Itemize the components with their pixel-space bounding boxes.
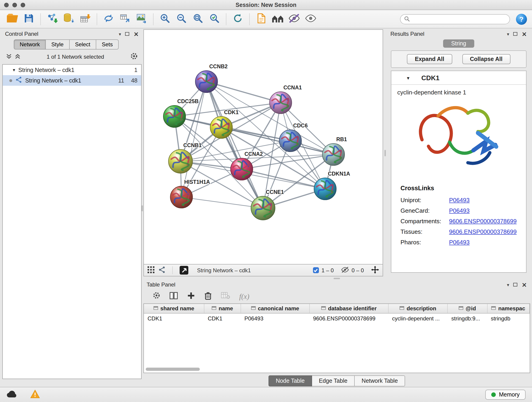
memory-button[interactable]: Memory	[485, 390, 526, 400]
network-row-selected[interactable]: ● String Network – cdk1 11 48	[3, 75, 141, 86]
cloud-icon[interactable]	[6, 390, 17, 400]
trash-icon[interactable]	[204, 291, 212, 301]
collapse-all-button[interactable]: Collapse All	[462, 54, 510, 64]
search-input[interactable]	[412, 16, 506, 22]
help-button[interactable]: ?	[515, 13, 527, 25]
table-row[interactable]: CDK1CDK1P064939606.ENSP00000378699cyclin…	[144, 313, 530, 324]
horizontal-splitter[interactable]	[143, 276, 530, 280]
crosslink-link[interactable]: 9606.ENSP00000378699	[449, 216, 517, 226]
tab-network-table[interactable]: Network Table	[355, 375, 405, 386]
grid-icon[interactable]	[147, 266, 154, 274]
crosslink-link[interactable]: P06493	[449, 205, 470, 216]
table-cell[interactable]: cyclin-dependent ...	[388, 313, 448, 324]
zoom-in-icon	[159, 13, 171, 25]
panel-float-icon[interactable]	[125, 32, 129, 36]
tab-node-table[interactable]: Node Table	[268, 375, 312, 386]
panel-close-icon[interactable]: ×	[133, 31, 139, 37]
document-button[interactable]	[253, 12, 269, 26]
panel-menu-caret-icon[interactable]: ▾	[507, 282, 509, 287]
network-canvas[interactable]: CCNB2CCNA1CDC25BCDK1CDC6RB1CCNB1CCNA2CDK…	[144, 30, 383, 264]
splitter-handle[interactable]	[334, 278, 340, 279]
window-titlebar[interactable]: Session: New Session	[0, 0, 532, 10]
selected-checkbox-icon[interactable]	[313, 267, 319, 273]
open-in-window-button[interactable]	[180, 266, 188, 274]
results-panel-title: Results Panel	[390, 31, 503, 37]
horizontal-scrollbar[interactable]	[146, 368, 528, 371]
tab-sets[interactable]: Sets	[96, 39, 119, 50]
crosslink-link[interactable]: P06493	[449, 237, 470, 248]
zoom-window-button[interactable]	[21, 3, 25, 7]
zoom-in-button[interactable]	[157, 12, 173, 26]
minimize-window-button[interactable]	[12, 3, 17, 7]
zoom-out-button[interactable]	[174, 12, 189, 26]
function-builder-icon[interactable]: f(x)	[239, 292, 249, 300]
vertical-splitter[interactable]	[383, 29, 387, 276]
table-cell[interactable]: 9606.ENSP00000378699	[309, 313, 388, 324]
table-cell[interactable]: P06493	[241, 313, 310, 324]
column-header[interactable]: name	[204, 304, 241, 313]
panel-menu-caret-icon[interactable]: ▾	[507, 32, 509, 36]
close-window-button[interactable]	[4, 3, 9, 7]
column-header[interactable]: description	[388, 304, 448, 313]
table-arrow-icon	[120, 13, 131, 25]
control-panel-splitter-handle[interactable]	[142, 205, 143, 211]
splitter-handle[interactable]	[385, 150, 386, 156]
tab-style[interactable]: Style	[46, 39, 70, 50]
table-cell[interactable]: CDK1	[144, 313, 204, 324]
column-header[interactable]: namespac	[487, 304, 530, 313]
columns-icon[interactable]	[170, 292, 178, 301]
table-cell[interactable]: CDK1	[204, 313, 241, 324]
import-network-file-button[interactable]	[44, 12, 60, 26]
expand-all-chevron-icon[interactable]	[6, 53, 12, 60]
tab-edge-table[interactable]: Edge Table	[312, 375, 355, 386]
table-cell[interactable]: stringdb:9...	[448, 313, 487, 324]
save-session-button[interactable]	[21, 12, 37, 26]
gene-header[interactable]: ▾ CDK1	[391, 71, 526, 85]
show-all-button[interactable]	[303, 12, 318, 26]
crosslink-link[interactable]: 9606.ENSP00000378699	[449, 226, 517, 237]
hide-selected-button[interactable]	[286, 12, 302, 26]
panel-menu-caret-icon[interactable]: ▾	[119, 32, 121, 36]
open-session-button[interactable]	[5, 12, 20, 26]
network-edge[interactable]	[206, 82, 281, 103]
zoom-selected-button[interactable]	[207, 12, 222, 26]
network-view[interactable]: CCNB2CCNA1CDC25BCDK1CDC6RB1CCNB1CCNA2CDK…	[143, 29, 383, 264]
crosslink-row: Uniprot:P06493	[400, 195, 526, 205]
column-header[interactable]: shared name	[144, 304, 204, 313]
column-header[interactable]: @id	[448, 304, 487, 313]
network-edge[interactable]	[181, 197, 263, 208]
panel-float-icon[interactable]	[513, 283, 518, 287]
zoom-fit-button[interactable]	[190, 12, 206, 26]
collapse-all-chevron-icon[interactable]	[15, 53, 21, 60]
column-header[interactable]: database identifier	[309, 304, 388, 313]
panel-close-icon[interactable]: ×	[522, 31, 527, 37]
first-neighbors-button[interactable]	[270, 12, 285, 26]
table-cell[interactable]: stringdb	[487, 313, 530, 324]
gear-icon[interactable]	[152, 292, 160, 301]
hidden-eye-slash-icon[interactable]	[341, 266, 349, 274]
crosslink-link[interactable]: P06493	[449, 195, 470, 205]
new-network-from-table-button[interactable]	[117, 12, 133, 26]
add-column-icon[interactable]	[187, 291, 195, 301]
gene-collapse-caret-icon[interactable]: ▾	[407, 75, 409, 81]
import-network-database-button[interactable]	[61, 12, 76, 26]
network-arrows-button[interactable]	[101, 12, 116, 26]
tree-expand-caret-icon[interactable]: ▾	[13, 67, 15, 72]
gear-icon[interactable]	[130, 52, 138, 61]
expand-all-button[interactable]: Expand All	[407, 54, 452, 64]
network-collection-row[interactable]: ▾ String Network – cdk1 1	[3, 65, 141, 75]
warning-icon[interactable]	[30, 389, 40, 400]
panel-close-icon[interactable]: ×	[522, 282, 527, 287]
network-edge[interactable]	[206, 82, 263, 208]
scrollbar-thumb[interactable]	[146, 368, 200, 371]
share-network-icon[interactable]	[158, 266, 165, 274]
tab-select[interactable]: Select	[70, 39, 96, 50]
export-image-button[interactable]	[134, 12, 149, 26]
move-crosshair-icon[interactable]	[371, 266, 379, 275]
refresh-layout-button[interactable]	[230, 12, 246, 26]
tab-string[interactable]: String	[443, 39, 474, 48]
panel-float-icon[interactable]	[513, 32, 518, 36]
import-table-file-button[interactable]	[77, 12, 93, 26]
tab-network[interactable]: Network	[14, 39, 46, 50]
column-header[interactable]: canonical name	[241, 304, 310, 313]
